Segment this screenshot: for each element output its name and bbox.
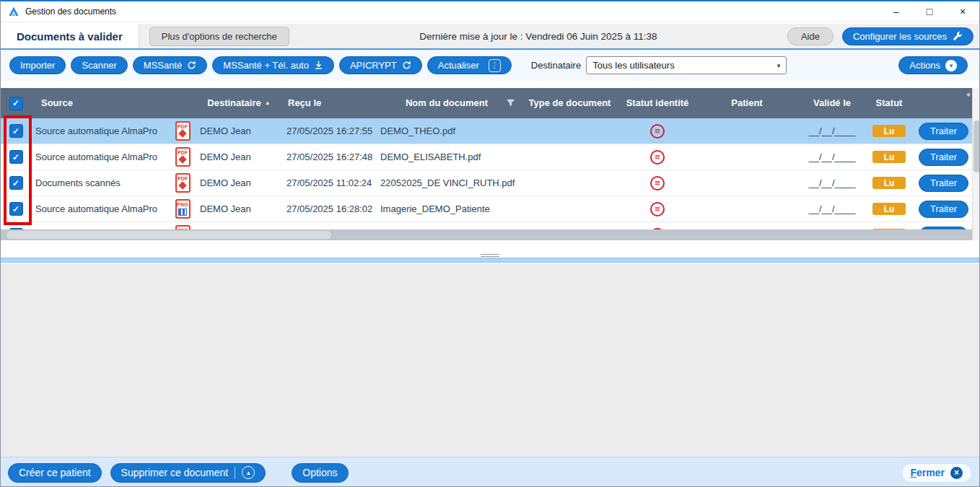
row-checkbox[interactable]: ✓ — [9, 202, 23, 216]
cell-doc-type — [517, 196, 622, 221]
apicrypt-button[interactable]: APICRYPT — [339, 56, 422, 74]
cell-source: Source automatique AlmaPro — [31, 196, 170, 221]
check-icon: ✓ — [12, 205, 19, 214]
column-options-icon[interactable]: ⋄ — [966, 91, 971, 98]
table-body: ✓ Source automatique AlmaPro PDF DEMO Je… — [1, 118, 972, 229]
minimize-button[interactable]: – — [880, 1, 913, 22]
status-badge: Lu — [872, 203, 906, 215]
column-header-patient[interactable]: Patient — [693, 88, 801, 118]
file-type-icon: PDF — [175, 147, 191, 167]
refresh-icon — [187, 61, 196, 70]
select-all-checkbox[interactable]: ✓ — [9, 97, 23, 110]
column-header-status[interactable]: Statut — [863, 88, 915, 118]
column-header-document-name[interactable]: Nom du document — [376, 88, 517, 118]
panel-splitter[interactable] — [1, 252, 979, 263]
scanner-button[interactable]: Scanner — [71, 56, 127, 74]
row-checkbox[interactable]: ✓ — [9, 176, 23, 190]
column-header-doc-type[interactable]: Type de document — [517, 88, 622, 118]
sort-icon: ▲ — [265, 100, 271, 106]
vertical-scrollbar-thumb[interactable] — [974, 120, 980, 172]
cell-source: Source automatique AlmaPro — [31, 144, 170, 170]
cell-recipient: DEMO Jean — [196, 144, 282, 170]
cell-document-name: DEMO_ELISABETH.pdf — [376, 144, 517, 170]
cell-document-name: 22052025_DE VINCI_RUTH.pdf — [376, 170, 517, 196]
traiter-button[interactable]: Traiter — [919, 123, 968, 140]
refresh-list-button[interactable]: Actualiser ⋮ — [427, 56, 512, 74]
cell-recipient — [196, 222, 282, 229]
options-button[interactable]: Options — [292, 463, 348, 483]
tab-documents-a-valider[interactable]: Documents à valider — [1, 24, 139, 48]
horizontal-scrollbar-thumb[interactable] — [6, 231, 331, 239]
window-controls: – □ × — [880, 1, 979, 22]
actions-button[interactable]: Actions ▾ — [898, 56, 968, 74]
file-type-icon: PNG — [175, 199, 191, 219]
identity-status-icon[interactable]: ≡ — [650, 202, 665, 216]
cell-received: 27/05/2025 11:02:24 — [282, 170, 376, 196]
column-header-identity-status[interactable]: Statut identité — [622, 88, 693, 118]
cell-received: 27/05/2025 16:27:48 — [282, 144, 376, 170]
cell-validated: __/__/____ — [801, 196, 863, 221]
row-checkbox[interactable]: ✓ — [9, 124, 23, 138]
delete-document-button[interactable]: Supprimer ce document ▴ — [110, 463, 266, 483]
help-button[interactable]: Aide — [787, 27, 834, 45]
cell-validated: __/__/____ — [801, 170, 863, 196]
cell-patient — [693, 222, 801, 229]
toolbar: Importer Scanner MSSanté MSSanté + Tél. … — [1, 50, 979, 81]
close-window-button[interactable]: Fermer × — [901, 463, 972, 483]
column-header-source[interactable]: Source — [31, 88, 170, 118]
document-preview-panel — [1, 263, 979, 457]
traiter-button[interactable]: Traiter — [919, 175, 968, 192]
traiter-button[interactable]: Traiter — [919, 149, 968, 166]
titlebar: Gestion des documents – □ × — [1, 1, 979, 22]
app-logo-icon — [8, 6, 19, 17]
cell-validated: __/__/____ — [801, 144, 863, 170]
table-row[interactable]: ✓ PDF ≡ __/__/____ Lu Traiter — [1, 222, 972, 229]
table-row[interactable]: ✓ Source automatique AlmaPro PDF DEMO Je… — [1, 144, 972, 170]
horizontal-scrollbar[interactable] — [1, 229, 972, 240]
traiter-button[interactable]: Traiter — [919, 201, 968, 218]
status-badge: Lu — [872, 125, 906, 137]
mssante-tel-auto-button[interactable]: MSSanté + Tél. auto — [212, 56, 334, 74]
recipient-label: Destinataire — [531, 60, 581, 71]
filter-icon[interactable] — [506, 98, 515, 108]
cell-recipient: DEMO Jean — [196, 118, 282, 144]
file-type-label: PDF — [178, 150, 188, 155]
identity-status-icon[interactable]: ≡ — [650, 150, 665, 164]
refresh-icon — [402, 61, 411, 70]
column-header-received[interactable]: Reçu le — [282, 88, 376, 118]
cell-doc-type — [517, 118, 622, 144]
table-row[interactable]: ✓ Source automatique AlmaPro PDF DEMO Je… — [1, 118, 972, 144]
column-header-recipient[interactable]: Destinataire ▲ — [196, 88, 282, 118]
more-options-dots-icon[interactable]: ⋮ — [489, 59, 501, 72]
file-type-icon: PDF — [175, 173, 191, 193]
cell-document-name: Imagerie_DEMO_Patiente — [376, 196, 517, 221]
identity-status-icon[interactable]: ≡ — [650, 176, 665, 190]
check-icon: ✓ — [12, 127, 19, 136]
cell-document-name: DEMO_THEO.pdf — [376, 118, 517, 144]
mssante-button[interactable]: MSSanté — [133, 56, 207, 74]
recipient-select[interactable]: Tous les utilisateurs ▾ — [586, 56, 787, 74]
more-search-options-button[interactable]: Plus d'options de recherche — [149, 27, 289, 46]
cell-validated: __/__/____ — [801, 222, 863, 229]
configure-sources-button[interactable]: Configurer les sources — [842, 27, 974, 45]
chevron-down-icon: ▾ — [945, 60, 957, 71]
column-header-validated[interactable]: Validé le — [801, 88, 863, 118]
file-type-icon: PDF — [175, 121, 191, 141]
table-row[interactable]: ✓ Source automatique AlmaPro PNG DEMO Je… — [1, 196, 972, 222]
maximize-button[interactable]: □ — [913, 1, 946, 22]
cell-validated: __/__/____ — [801, 118, 863, 144]
configure-sources-label: Configurer les sources — [853, 31, 947, 42]
cell-patient — [693, 144, 801, 170]
create-patient-button[interactable]: Créer ce patient — [8, 463, 102, 483]
vertical-scrollbar[interactable] — [972, 88, 980, 240]
import-button[interactable]: Importer — [9, 56, 66, 74]
identity-status-icon[interactable]: ≡ — [650, 124, 665, 139]
column-header-actions: ⋄ — [915, 88, 972, 118]
close-button[interactable]: × — [946, 1, 979, 22]
row-checkbox[interactable]: ✓ — [9, 150, 23, 164]
cell-recipient: DEMO Jean — [196, 196, 282, 221]
chevron-up-icon[interactable]: ▴ — [242, 466, 255, 479]
column-header-file-type[interactable] — [170, 88, 196, 118]
table-row[interactable]: ✓ Documents scannés PDF DEMO Jean 27/05/… — [1, 170, 972, 196]
cell-document-name — [376, 222, 517, 229]
